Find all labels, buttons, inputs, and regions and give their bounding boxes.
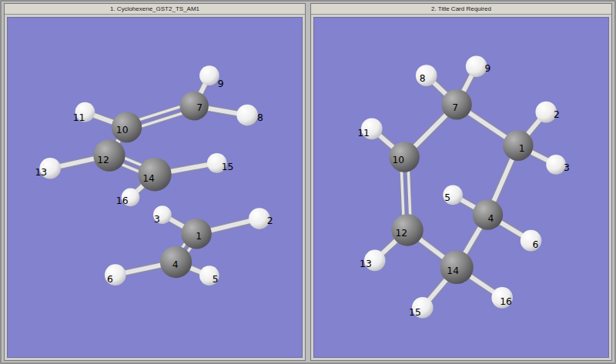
atom-label-C1: 1 — [519, 143, 525, 154]
atom-C1[interactable] — [503, 130, 533, 161]
panel-1-title: 1. Cyclohexene_GST2_TS_AM1 — [110, 5, 199, 12]
atom-label-H13: 13 — [360, 259, 372, 269]
atom-label-H11: 11 — [73, 112, 85, 123]
panel-2-title: 2. Title Card Required — [431, 5, 491, 12]
atom-H9[interactable] — [199, 65, 219, 85]
atom-label-C4: 4 — [172, 259, 179, 270]
atom-label-H15: 15 — [222, 162, 234, 172]
atom-H8[interactable] — [236, 105, 258, 126]
atom-label-C7: 7 — [452, 102, 458, 113]
atom-label-H6: 6 — [107, 274, 113, 285]
atom-C7[interactable] — [179, 92, 208, 121]
atom-label-C10: 10 — [392, 155, 404, 165]
panel-2-viewport[interactable]: 89271110315461213141615 — [313, 17, 609, 358]
atom-label-H6: 6 — [533, 239, 539, 250]
atom-label-C14: 14 — [447, 265, 459, 276]
atom-label-H8: 8 — [420, 73, 426, 84]
atom-label-H8: 8 — [257, 112, 263, 123]
atom-label-C12: 12 — [395, 228, 407, 239]
atom-label-H9: 9 — [218, 78, 224, 89]
atom-label-H13: 13 — [35, 167, 47, 178]
atom-label-H3: 3 — [564, 162, 570, 173]
atom-label-C1: 1 — [196, 231, 202, 242]
atom-label-H5: 5 — [213, 274, 219, 285]
atom-label-C4: 4 — [487, 213, 494, 224]
atom-label-H5: 5 — [444, 192, 450, 203]
atom-label-C14: 14 — [142, 173, 155, 184]
panel-2-titlebar[interactable]: 2. Title Card Required — [311, 4, 611, 15]
atom-label-H2: 2 — [554, 109, 560, 120]
panel-molecule-1: 1. Cyclohexene_GST2_TS_AM1 9871110131215… — [4, 3, 306, 361]
atom-label-H9: 9 — [485, 63, 491, 74]
atom-label-H16: 16 — [116, 195, 129, 206]
panel-molecule-2: 2. Title Card Required 89271110315461213… — [310, 3, 612, 361]
panel-1-viewport[interactable]: 98711101312151416213645 — [7, 17, 303, 358]
app-window: 1. Cyclohexene_GST2_TS_AM1 9871110131215… — [0, 0, 616, 364]
atom-label-H15: 15 — [409, 307, 421, 318]
atom-label-C12: 12 — [97, 155, 109, 165]
atom-label-H3: 3 — [154, 214, 160, 225]
atom-label-H11: 11 — [357, 128, 370, 139]
molecule-view-2[interactable]: 89271110315461213141615 — [314, 18, 608, 357]
atom-label-C7: 7 — [196, 102, 203, 113]
atom-H9[interactable] — [466, 55, 487, 77]
atom-label-H16: 16 — [500, 296, 512, 307]
atom-label-H2: 2 — [267, 215, 273, 226]
atom-label-C10: 10 — [116, 125, 129, 135]
panel-1-titlebar[interactable]: 1. Cyclohexene_GST2_TS_AM1 — [5, 4, 305, 15]
molecule-view-1[interactable]: 98711101312151416213645 — [8, 18, 302, 357]
